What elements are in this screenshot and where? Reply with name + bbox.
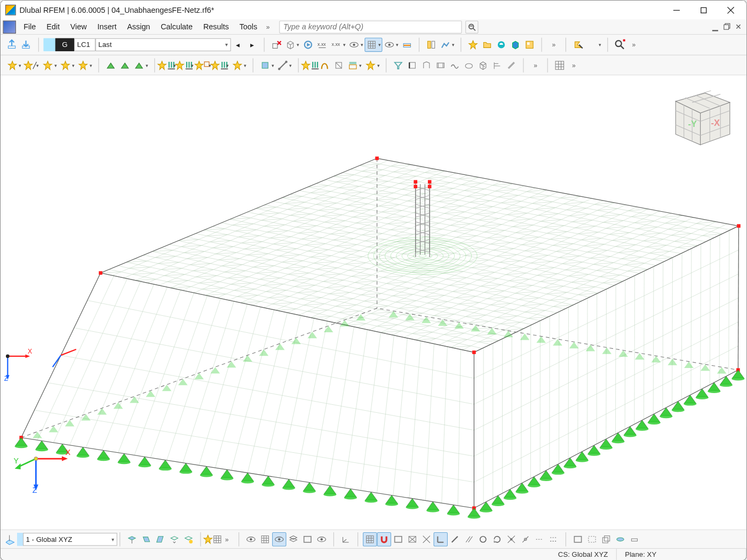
maximize-button[interactable]	[690, 1, 717, 19]
snap-cross-button[interactable]	[419, 532, 433, 546]
gen-combo-button[interactable]: ▾	[346, 58, 363, 72]
view-film-button[interactable]	[434, 58, 448, 72]
results-values-dd[interactable]: x.xx▾	[329, 38, 347, 52]
view-cloud-button[interactable]	[462, 58, 476, 72]
new-load-node-2[interactable]: ▾	[177, 58, 195, 72]
snap-guide2-button[interactable]	[547, 532, 561, 546]
snap-mid-button[interactable]	[504, 532, 518, 546]
snap-end-button[interactable]	[434, 532, 448, 546]
menu-insert[interactable]: Insert	[92, 21, 122, 33]
workplane-button[interactable]	[3, 532, 17, 546]
toolbar-overflow-2[interactable]: »	[528, 58, 542, 72]
mesh-gen-button[interactable]	[205, 532, 219, 546]
new-load-member[interactable]: ▾	[213, 58, 231, 72]
snap-parallel-button[interactable]	[462, 532, 476, 546]
snap-line-button[interactable]	[448, 532, 462, 546]
view-wave-button[interactable]	[448, 58, 462, 72]
new-member-button[interactable]: ▾	[41, 58, 58, 72]
plane-set-button[interactable]	[181, 532, 195, 546]
edit-rect-button[interactable]	[571, 532, 585, 546]
new-node-button[interactable]: ▾	[5, 58, 23, 72]
app-menu-icon[interactable]	[3, 20, 16, 33]
snap-perp-button[interactable]	[519, 532, 533, 546]
menu-calculate[interactable]: Calculate	[155, 21, 198, 33]
menu-edit[interactable]: Edit	[41, 21, 65, 33]
new-model-button[interactable]	[466, 38, 480, 52]
menu-overflow-icon[interactable]: »	[263, 23, 273, 30]
display-view1-button[interactable]	[272, 532, 286, 546]
edge-button[interactable]: ▾	[276, 58, 293, 72]
toolbar-overflow-3[interactable]: »	[567, 58, 581, 72]
ucs-button[interactable]	[339, 532, 353, 546]
select-polygon-button[interactable]	[571, 38, 585, 52]
display-show-button[interactable]	[244, 532, 258, 546]
results-panel-button[interactable]	[424, 38, 438, 52]
view-frame-button[interactable]	[406, 58, 419, 72]
snap-rectx-button[interactable]	[406, 532, 419, 546]
cloud-button[interactable]	[494, 38, 508, 52]
open-model-button[interactable]	[480, 38, 494, 52]
gen-more-button[interactable]: ▾	[363, 58, 381, 72]
close-button[interactable]	[717, 1, 744, 19]
plane-xz-button[interactable]	[139, 532, 153, 546]
display-layers-button[interactable]	[287, 532, 300, 546]
snap-reload-button[interactable]	[490, 532, 504, 546]
results-view-button[interactable]: ▾	[347, 38, 364, 52]
mdi-close-button[interactable]: ✕	[733, 21, 744, 32]
mdi-restore-button[interactable]	[721, 21, 732, 32]
minimize-button[interactable]	[663, 1, 690, 19]
select-options[interactable]: ▾	[585, 38, 602, 52]
edit-dashed-button[interactable]	[585, 532, 599, 546]
current-object-button[interactable]	[5, 38, 19, 52]
plane-move-button[interactable]	[168, 532, 181, 546]
results-mesh-button[interactable]: ▾	[364, 38, 382, 52]
lc-prev-button[interactable]: ◂	[231, 38, 245, 52]
results-values-button[interactable]: x.xx	[315, 38, 329, 52]
search-button[interactable]	[465, 20, 478, 33]
snap-rect-button[interactable]	[391, 532, 405, 546]
results-hide-button[interactable]: ▾	[382, 38, 400, 52]
new-load-surface[interactable]: ▾	[231, 58, 248, 72]
display-grid-button[interactable]	[258, 532, 272, 546]
imperfection-button[interactable]	[317, 58, 331, 72]
filter-button[interactable]	[391, 58, 405, 72]
coord-system-select[interactable]: 1 - Global XYZ▾	[23, 533, 117, 546]
model-viewport[interactable]: -Y -X X Z X Y	[1, 75, 746, 529]
snap-object-button[interactable]	[377, 532, 391, 546]
results-section-button[interactable]	[400, 38, 414, 52]
menu-file[interactable]: File	[18, 21, 41, 33]
toolbar-overflow-zoom[interactable]: »	[627, 38, 641, 52]
plane-xy-button[interactable]	[125, 532, 139, 546]
edit-more-button[interactable]	[627, 532, 641, 546]
edit-copy-button[interactable]	[599, 532, 613, 546]
new-opening-button[interactable]: ▾	[76, 58, 93, 72]
gen-load-button[interactable]	[304, 58, 317, 72]
menu-tools[interactable]: Tools	[234, 21, 263, 33]
new-support-2[interactable]	[118, 58, 132, 72]
results-animate-button[interactable]	[301, 38, 315, 52]
mdi-minimize-button[interactable]: ▁	[710, 21, 720, 32]
search-field[interactable]	[279, 20, 462, 33]
bg-overflow[interactable]: »	[220, 532, 234, 546]
plane-yz-button[interactable]	[153, 532, 167, 546]
menu-assign[interactable]: Assign	[122, 21, 155, 33]
new-support-3[interactable]: ▾	[132, 58, 149, 72]
zoom-button[interactable]	[613, 38, 626, 52]
view-arrow-button[interactable]	[504, 58, 518, 72]
new-support-1[interactable]	[104, 58, 117, 72]
results-diagram-button[interactable]: ▾	[438, 38, 456, 52]
load-case-select[interactable]: Last▾	[96, 38, 231, 51]
display-view2-button[interactable]	[315, 532, 329, 546]
gen-wind-button[interactable]	[332, 58, 346, 72]
new-surface-button[interactable]: ▾	[58, 58, 76, 72]
project-button[interactable]	[522, 38, 536, 52]
snap-guide-button[interactable]	[533, 532, 546, 546]
menu-results[interactable]: Results	[198, 21, 234, 33]
lc-next-button[interactable]: ▸	[245, 38, 259, 52]
new-line-button[interactable]: ▾	[23, 58, 41, 72]
grid-settings-button[interactable]	[553, 58, 567, 72]
block-button[interactable]	[508, 38, 522, 52]
view-tree-button[interactable]	[490, 58, 504, 72]
snap-grid-button[interactable]	[363, 532, 377, 546]
view-dice-button[interactable]	[476, 58, 490, 72]
